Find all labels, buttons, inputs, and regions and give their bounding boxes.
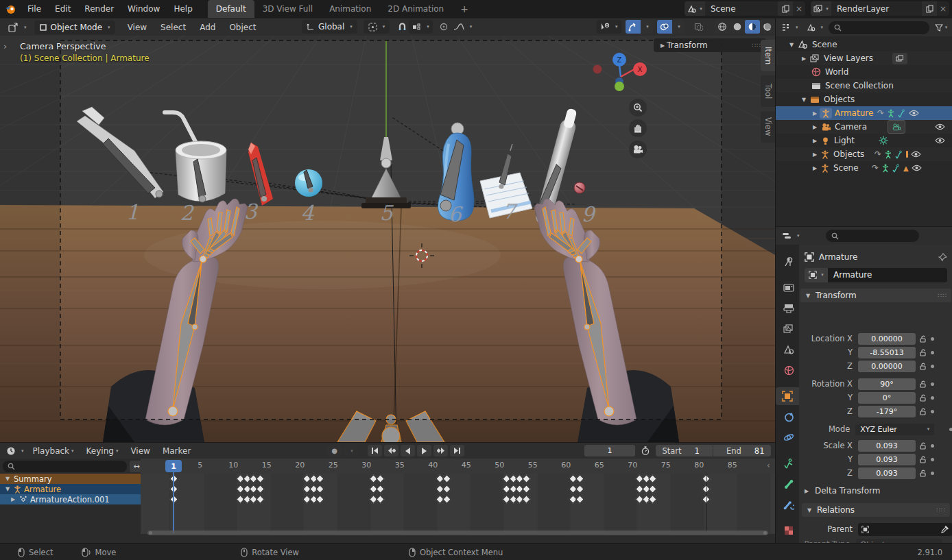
lock-icon[interactable] bbox=[920, 380, 927, 388]
animate-dot[interactable] bbox=[949, 428, 952, 431]
object-4-ball[interactable] bbox=[295, 169, 322, 197]
play-button[interactable] bbox=[417, 445, 431, 456]
outliner-row-view-layers[interactable]: ▶ View Layers bbox=[776, 51, 952, 65]
timeline-scrollbar[interactable] bbox=[147, 531, 768, 535]
animate-dot[interactable] bbox=[931, 458, 934, 461]
tab-output[interactable] bbox=[778, 300, 799, 317]
outliner-row-light[interactable]: ▶ Light bbox=[776, 134, 952, 147]
outliner-row-scene-collection[interactable]: Scene Collection bbox=[776, 79, 952, 93]
parent-field[interactable] bbox=[858, 523, 952, 536]
keyframe-diamond[interactable] bbox=[256, 495, 265, 504]
zoom-button[interactable] bbox=[629, 99, 647, 117]
eyedropper-icon[interactable] bbox=[941, 525, 949, 533]
overlays-dropdown[interactable]: ▾ bbox=[672, 20, 685, 34]
outliner-row-camera[interactable]: ▶ Camera bbox=[776, 120, 952, 134]
lock-icon[interactable] bbox=[920, 363, 927, 370]
object-data-dropdown[interactable]: ▾ bbox=[805, 268, 828, 282]
keying-menu[interactable]: Keying▾ bbox=[80, 446, 125, 456]
scene-name[interactable]: Scene bbox=[705, 4, 778, 14]
outliner-search-input[interactable] bbox=[829, 21, 929, 34]
keyframe-diamond[interactable] bbox=[316, 485, 325, 494]
proportional-falloff-dropdown[interactable]: ▾ bbox=[450, 20, 476, 34]
rotation-x-field[interactable]: 90° bbox=[858, 378, 916, 390]
eye-icon[interactable] bbox=[935, 137, 945, 144]
keyframe-diamond[interactable] bbox=[256, 485, 265, 494]
playback-menu[interactable]: Playback▾ bbox=[27, 446, 80, 456]
new-scene-icon[interactable] bbox=[778, 1, 793, 16]
end-frame-field[interactable]: 81 bbox=[754, 446, 765, 456]
sidebar-tab-tool[interactable]: Tool bbox=[761, 75, 775, 107]
tab-render[interactable] bbox=[778, 279, 799, 297]
sidebar-tab-view[interactable]: View bbox=[761, 111, 775, 143]
auto-keying-dropdown[interactable]: ▾ bbox=[344, 445, 358, 456]
outliner-row-world[interactable]: World bbox=[776, 65, 952, 79]
tab-tool[interactable] bbox=[778, 253, 799, 271]
menu-window[interactable]: Window bbox=[121, 4, 167, 14]
tab-physics[interactable] bbox=[778, 428, 799, 446]
keyframe-diamond[interactable] bbox=[575, 474, 584, 483]
eye-icon[interactable] bbox=[912, 165, 922, 171]
viewport-scene[interactable]: 1 2 3 4 5 6 7 8 9 bbox=[0, 36, 775, 442]
current-frame-field[interactable]: 1 bbox=[584, 445, 635, 456]
unlink-scene-icon[interactable]: × bbox=[793, 4, 805, 14]
lock-icon[interactable] bbox=[920, 408, 927, 415]
shading-material-button[interactable] bbox=[745, 20, 760, 34]
jump-to-start-button[interactable] bbox=[368, 445, 382, 456]
transform-orientation-dropdown[interactable]: Global ▾ bbox=[302, 20, 357, 34]
use-preview-range-icon[interactable] bbox=[639, 445, 652, 456]
eye-icon[interactable] bbox=[909, 110, 919, 117]
keyframe-diamond[interactable] bbox=[316, 474, 325, 483]
channel-armature-action[interactable]: ▶ ArmatureAction.001 bbox=[0, 494, 141, 504]
object-1-tool[interactable] bbox=[77, 107, 163, 198]
keyframe-diamond[interactable] bbox=[575, 485, 584, 494]
snap-target-dropdown[interactable]: ▾ bbox=[409, 20, 433, 34]
jump-next-keyframe-button[interactable] bbox=[433, 445, 448, 456]
object-9-ball[interactable] bbox=[574, 182, 585, 193]
object-name-field[interactable]: Armature bbox=[828, 268, 947, 282]
location-x-field[interactable]: 0.00000 bbox=[858, 333, 916, 345]
workspace-tab-animation[interactable]: Animation bbox=[321, 0, 379, 18]
rotation-y-field[interactable]: 0° bbox=[858, 392, 916, 404]
region-collapse-chevron[interactable]: ‹ bbox=[767, 461, 770, 470]
workspace-tab-3d-view-full[interactable]: 3D View Full bbox=[254, 0, 322, 18]
camera-data-icon[interactable] bbox=[888, 120, 905, 134]
scale-x-field[interactable]: 0.093 bbox=[858, 440, 916, 452]
tab-object[interactable] bbox=[776, 387, 799, 405]
keyframe-diamond[interactable] bbox=[442, 495, 451, 504]
keyframe-diamond[interactable] bbox=[649, 485, 658, 494]
lock-icon[interactable] bbox=[920, 456, 927, 463]
scale-z-field[interactable]: 0.093 bbox=[858, 467, 916, 479]
workspace-tab-default[interactable]: Default bbox=[208, 0, 254, 18]
animate-dot[interactable] bbox=[931, 396, 934, 400]
viewport-menu-add[interactable]: Add bbox=[193, 23, 222, 32]
lock-icon[interactable] bbox=[920, 394, 927, 402]
menu-edit[interactable]: Edit bbox=[48, 4, 78, 14]
panel-grip-icon[interactable]: ∷∷ bbox=[938, 292, 947, 299]
keyframe-diamond[interactable] bbox=[522, 495, 531, 504]
timeline-ruler[interactable]: 510152025303540455055606570758085 bbox=[141, 459, 775, 474]
keyframe-diamond[interactable] bbox=[376, 474, 385, 483]
new-layer-icon[interactable] bbox=[922, 1, 937, 16]
lock-icon[interactable] bbox=[920, 349, 927, 356]
play-reverse-button[interactable] bbox=[401, 445, 415, 456]
rotation-z-field[interactable]: -179° bbox=[858, 406, 916, 417]
scale-y-field[interactable]: 0.093 bbox=[858, 454, 916, 465]
keyframe-diamond[interactable] bbox=[316, 495, 325, 504]
shading-solid-button[interactable] bbox=[730, 20, 745, 34]
transform-panel-header[interactable]: ▶ Transform ∷∷ bbox=[654, 38, 766, 52]
relations-panel-header[interactable]: ▼ Relations ∷∷ bbox=[802, 503, 950, 517]
tab-scene[interactable] bbox=[778, 341, 799, 358]
properties-search-input[interactable] bbox=[826, 230, 919, 242]
tab-bone[interactable] bbox=[778, 475, 799, 493]
xray-toggle[interactable] bbox=[691, 20, 706, 34]
outliner-row-armature[interactable]: ▶ Armature ↷ bbox=[776, 106, 952, 120]
menu-help[interactable]: Help bbox=[167, 4, 199, 14]
object-3-pen[interactable] bbox=[248, 143, 273, 206]
tab-texture[interactable] bbox=[778, 522, 799, 539]
animate-dot[interactable] bbox=[931, 365, 934, 368]
shading-wireframe-button[interactable] bbox=[715, 20, 730, 34]
keyframe-diamond[interactable] bbox=[522, 474, 531, 483]
viewport-menu-view[interactable]: View bbox=[121, 23, 154, 32]
playhead-frame-badge[interactable]: 1 bbox=[165, 460, 182, 472]
filter-icon[interactable]: ▾ bbox=[932, 24, 950, 32]
